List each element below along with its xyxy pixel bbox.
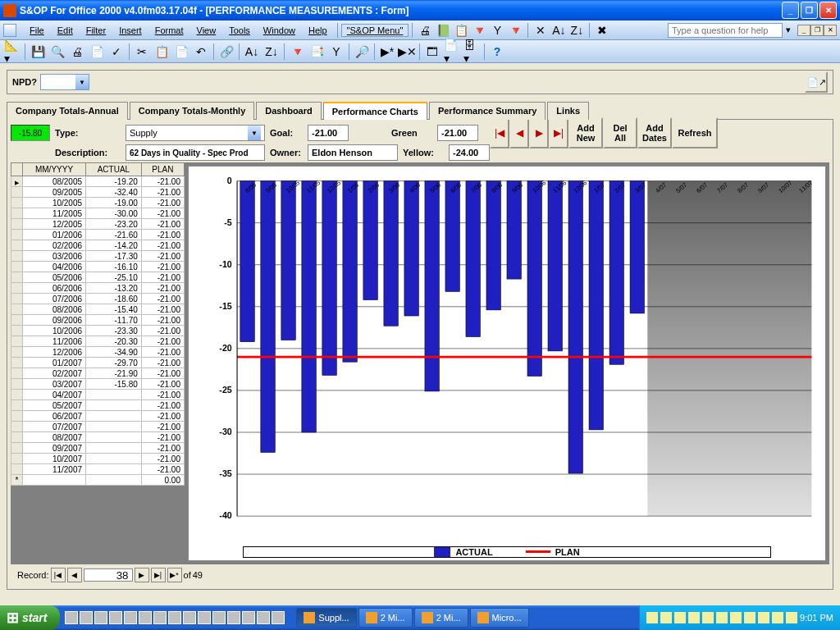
db-icon[interactable]: 🗄▾ <box>463 43 481 61</box>
table-row[interactable]: 02/2007-21.90-21.00 <box>11 368 185 379</box>
table-row[interactable]: 12/2005-23.20-21.00 <box>11 219 185 230</box>
add-new-button[interactable]: Add New <box>568 117 603 148</box>
del-all-button[interactable]: Del All <box>603 117 637 148</box>
filter-toggle-icon[interactable]: Y <box>327 43 345 61</box>
type-combo[interactable]: Supply▼ <box>126 125 265 141</box>
spell-icon[interactable]: ✓ <box>107 43 126 61</box>
task-button[interactable]: Suppl... <box>296 608 356 628</box>
design-icon[interactable]: 📐▾ <box>3 43 21 61</box>
menu-filter[interactable]: Filter <box>80 24 112 37</box>
table-row[interactable]: 08/2005-19.20-21.00 <box>11 176 185 187</box>
tray-icon[interactable] <box>730 612 742 623</box>
record-prev[interactable]: ◀ <box>67 568 82 582</box>
tab-company-totals-monthly[interactable]: Company Totals-Monthly <box>130 102 255 120</box>
table-row[interactable]: 03/2006-17.30-21.00 <box>11 251 185 262</box>
paste-icon[interactable]: 📄 <box>172 43 190 61</box>
save-icon[interactable]: 💾 <box>29 43 47 61</box>
menu-window[interactable]: Window <box>257 24 302 37</box>
table-row[interactable]: 11/2006-20.30-21.00 <box>11 336 185 347</box>
clipboard-icon[interactable]: 📋 <box>452 21 470 39</box>
filter-sel-icon[interactable]: Y <box>488 21 506 39</box>
excel-icon[interactable]: 📗 <box>434 21 452 39</box>
mdi-restore[interactable]: ❐ <box>810 25 824 36</box>
tray-icon[interactable] <box>744 612 756 623</box>
print-icon[interactable]: 🖨 <box>68 43 86 61</box>
nav-last-button[interactable]: ▶| <box>549 117 568 148</box>
menu-edit[interactable]: Edit <box>51 24 80 37</box>
filter-remove-icon[interactable]: ✕ <box>532 21 550 39</box>
goal-input[interactable]: -21.00 <box>308 125 349 141</box>
tab-performance-summary[interactable]: Performance Summary <box>429 102 546 120</box>
table-row[interactable]: 11/2007-21.00 <box>11 464 185 475</box>
table-row[interactable]: 10/2007-21.00 <box>11 454 185 464</box>
table-row[interactable]: 04/2006-16.10-21.00 <box>11 262 185 272</box>
tray-icon[interactable] <box>660 612 672 623</box>
table-row[interactable]: 05/2007-21.00 <box>11 400 185 411</box>
menu-file[interactable]: File <box>23 24 51 37</box>
new-record-icon[interactable]: ▶* <box>378 43 396 61</box>
sort-asc-icon[interactable]: A↓ <box>243 43 261 61</box>
tray-icon[interactable] <box>772 612 783 623</box>
file-menu-icon[interactable] <box>3 24 16 37</box>
ql-icon[interactable] <box>65 611 78 624</box>
table-row[interactable]: 04/2007-21.00 <box>11 390 185 400</box>
sort-desc-icon[interactable]: Z↓ <box>262 43 281 61</box>
filter-adv-icon[interactable]: 🔻 <box>506 21 524 39</box>
clock[interactable]: 9:01 PM <box>800 613 833 623</box>
ql-icon[interactable] <box>94 611 107 624</box>
menu-help[interactable]: Help <box>302 24 334 37</box>
nav-prev-button[interactable]: ◀ <box>509 117 529 148</box>
search-icon[interactable]: 🔍 <box>48 43 66 61</box>
preview-icon[interactable]: 📄 <box>88 43 106 61</box>
record-first[interactable]: |◀ <box>51 568 66 582</box>
table-row[interactable]: 08/2007-21.00 <box>11 432 185 443</box>
copy-icon[interactable]: 📋 <box>153 43 171 61</box>
undo-icon[interactable]: ↶ <box>192 43 210 61</box>
ql-icon[interactable] <box>153 611 167 624</box>
cut-icon[interactable]: ✂ <box>133 43 151 61</box>
exit-button[interactable]: 📄↗ <box>805 71 828 93</box>
close-button[interactable]: ✕ <box>819 2 837 19</box>
tray-icon[interactable] <box>674 612 686 623</box>
table-row[interactable]: 07/2006-18.60-21.00 <box>11 294 185 304</box>
table-row[interactable]: 07/2007-21.00 <box>11 422 185 432</box>
green-input[interactable]: -21.00 <box>437 125 478 141</box>
npd-combo[interactable]: ▼ <box>40 74 89 90</box>
filter-icon[interactable]: 🔻 <box>470 21 488 39</box>
help-icon[interactable]: ? <box>488 43 506 61</box>
nav-next-button[interactable]: ▶ <box>529 117 549 148</box>
table-row[interactable]: 02/2006-14.20-21.00 <box>11 240 185 251</box>
menu-view[interactable]: View <box>190 24 223 37</box>
ql-icon[interactable] <box>257 611 270 624</box>
ql-icon[interactable] <box>183 611 196 624</box>
sort-asc-icon[interactable]: A↓ <box>550 21 568 39</box>
help-dropdown-arrow[interactable]: ▾ <box>783 25 794 35</box>
filter-sel-icon[interactable]: 🔻 <box>288 43 306 61</box>
delete-record-icon[interactable]: ▶✕ <box>398 43 416 61</box>
mdi-minimize[interactable]: _ <box>797 25 810 36</box>
refresh-button[interactable]: Refresh <box>672 117 718 148</box>
ql-icon[interactable] <box>139 611 152 624</box>
start-button[interactable]: start <box>0 605 60 630</box>
tab-company-totals-annual[interactable]: Company Totals-Annual <box>7 102 128 120</box>
table-row[interactable]: 03/2007-15.80-21.00 <box>11 379 185 390</box>
table-row[interactable]: 11/2005-30.00-21.00 <box>11 208 185 219</box>
remove-filter-icon[interactable]: ✖ <box>593 21 611 39</box>
record-last[interactable]: ▶| <box>151 568 166 582</box>
menu-format[interactable]: Format <box>148 24 190 37</box>
table-row[interactable]: 08/2006-15.40-21.00 <box>11 304 185 315</box>
add-dates-button[interactable]: Add Dates <box>637 117 672 148</box>
table-row[interactable]: 10/2005-19.00-21.00 <box>11 198 185 208</box>
table-row[interactable]: 12/2006-34.90-21.00 <box>11 347 185 358</box>
table-row[interactable]: 01/2006-21.60-21.00 <box>11 230 185 240</box>
owner-input[interactable]: Eldon Henson <box>308 144 398 161</box>
sort-desc-icon[interactable]: Z↓ <box>568 21 586 39</box>
minimize-button[interactable]: _ <box>782 2 799 19</box>
ql-icon[interactable] <box>124 611 137 624</box>
tray-icon[interactable] <box>716 612 728 623</box>
record-next[interactable]: ▶ <box>135 568 149 582</box>
mdi-close[interactable]: ✕ <box>824 25 837 36</box>
ql-icon[interactable] <box>168 611 181 624</box>
find-icon[interactable]: 🔎 <box>353 43 371 61</box>
task-button[interactable]: Micro... <box>470 608 529 628</box>
